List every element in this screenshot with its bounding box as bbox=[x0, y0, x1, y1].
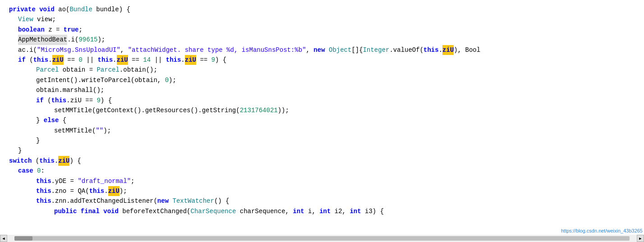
code-line: AppMethodBeat.i(99615); bbox=[0, 35, 644, 45]
string-empty: "" bbox=[96, 126, 103, 136]
string-attachwidget: "attachWidget. share type %d, isManuSnsP… bbox=[128, 45, 306, 55]
string-draft-normal: "draft_normal" bbox=[78, 176, 131, 186]
code-editor: private void ao(Bundle bundle) { View vi… bbox=[0, 0, 644, 242]
field-ziu-4: ziU bbox=[185, 55, 196, 65]
keyword-if: if bbox=[18, 55, 26, 65]
keyword-public: public bbox=[54, 206, 77, 216]
scroll-left-button[interactable]: ◀ bbox=[0, 235, 7, 242]
keyword-this10: this bbox=[36, 196, 51, 206]
keyword-private: private bbox=[9, 5, 36, 14]
type-charsequence: CharSequence bbox=[191, 206, 236, 216]
code-line: this.znn.addTextChangedListener(new Text… bbox=[0, 196, 644, 206]
scrollbar-track[interactable] bbox=[14, 236, 630, 241]
code-line: if (this.ziU == 0 || this.ziU == 14 || t… bbox=[0, 55, 644, 65]
keyword-new: new bbox=[313, 45, 325, 55]
keyword-else: else bbox=[44, 115, 59, 125]
code-line: setMMTitle(getContext().getResources().g… bbox=[0, 105, 644, 115]
appmethod-beat: AppMethodBeat bbox=[18, 35, 67, 45]
keyword-this5: this bbox=[51, 96, 67, 105]
keyword-this8: this bbox=[36, 186, 51, 196]
code-line: private void ao(Bundle bundle) { bbox=[0, 5, 644, 14]
code-line: this.yDE = "draft_normal"; bbox=[0, 176, 644, 186]
code-area[interactable]: private void ao(Bundle bundle) { View vi… bbox=[0, 0, 644, 221]
number-0a: 0 bbox=[78, 55, 82, 65]
type-bundle: Bundle bbox=[69, 5, 92, 14]
keyword-new2: new bbox=[157, 196, 169, 206]
code-line: obtain.marshall(); bbox=[0, 85, 644, 95]
scroll-right-button[interactable]: ▶ bbox=[637, 235, 644, 242]
code-line: ac.i("MicroMsg.SnsUploadUI", "attachWidg… bbox=[0, 45, 644, 55]
code-line-switch: switch (this.ziU) { bbox=[0, 156, 644, 166]
number-0b: 0 bbox=[165, 75, 169, 85]
code-line: } else { bbox=[0, 115, 644, 125]
keyword-void2: void bbox=[103, 206, 119, 216]
type-object: Object bbox=[329, 45, 351, 55]
keyword-this4: this bbox=[166, 55, 181, 65]
keyword-this3: this bbox=[97, 55, 113, 65]
keyword-this2: this bbox=[33, 55, 49, 65]
keyword-this1: this bbox=[423, 45, 439, 55]
type-textwatcher: TextWatcher bbox=[172, 196, 214, 206]
number-14: 14 bbox=[143, 55, 151, 65]
keyword-this6: this bbox=[39, 156, 55, 166]
type-integer: Integer bbox=[363, 45, 390, 55]
keyword-void: void bbox=[39, 5, 55, 14]
code-line: setMMTitle(""); bbox=[0, 126, 644, 136]
code-line: View view; bbox=[0, 14, 644, 24]
number-9b: 9 bbox=[97, 96, 100, 105]
field-ziu-5: ziU bbox=[58, 156, 69, 166]
keyword-this7: this bbox=[36, 176, 51, 186]
field-ziu-3: ziU bbox=[117, 55, 128, 65]
keyword-switch: switch bbox=[9, 156, 32, 166]
type-parcel: Parcel bbox=[36, 65, 59, 75]
code-line: case 0: bbox=[0, 166, 644, 176]
number-0c: 0 bbox=[37, 166, 41, 176]
keyword-final: final bbox=[81, 206, 100, 216]
keyword-boolean: boolean bbox=[18, 25, 45, 35]
keyword-this9: this bbox=[89, 186, 105, 196]
keyword-int1: int bbox=[293, 206, 304, 216]
field-ziu-6: ziU bbox=[108, 186, 120, 196]
code-line: boolean z = true; bbox=[0, 25, 644, 35]
number-9a: 9 bbox=[212, 55, 215, 65]
keyword-if2: if bbox=[36, 96, 44, 105]
keyword-case: case bbox=[18, 166, 33, 176]
keyword-int2: int bbox=[319, 206, 331, 216]
code-line: if (this.ziU == 9) { bbox=[0, 96, 644, 105]
scrollbar-thumb[interactable] bbox=[14, 236, 32, 241]
code-line: public final void beforeTextChanged(Char… bbox=[0, 206, 644, 216]
number-2131764021: 2131764021 bbox=[240, 105, 278, 115]
code-line: this.zno = QA(this.ziU); bbox=[0, 186, 644, 196]
code-line: Parcel obtain = Parcel.obtain(); bbox=[0, 65, 644, 75]
field-ziu-1: ziU bbox=[442, 45, 454, 55]
code-line: getIntent().writeToParcel(obtain, 0); bbox=[0, 75, 644, 85]
number-99615: 99615 bbox=[78, 35, 97, 45]
keyword-true: true bbox=[64, 25, 79, 35]
code-line: } bbox=[0, 136, 644, 146]
keyword-int3: int bbox=[350, 206, 361, 216]
type-parcel2: Parcel bbox=[97, 65, 119, 75]
horizontal-scrollbar[interactable]: ◀ ▶ bbox=[0, 235, 644, 242]
field-ziu-2: ziU bbox=[52, 55, 64, 65]
code-line: } bbox=[0, 146, 644, 155]
string-micromsg: "MicroMsg.SnsUploadUI" bbox=[37, 45, 120, 55]
type-view: View bbox=[18, 14, 33, 24]
watermark: https://blog.csdn.net/weixin_43b3265 bbox=[560, 228, 644, 234]
